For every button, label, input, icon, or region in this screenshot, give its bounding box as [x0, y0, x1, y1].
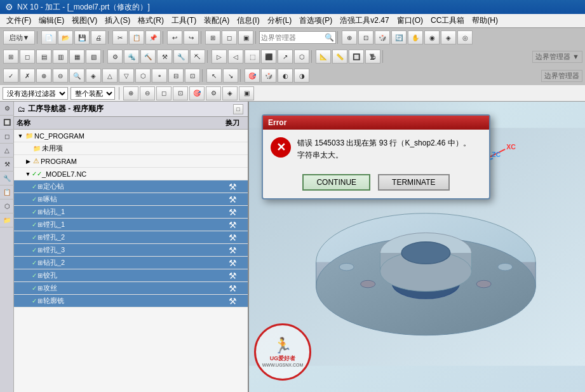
tb2-b17[interactable]: ↗	[278, 50, 293, 64]
menu-tools[interactable]: 工具(T)	[168, 14, 200, 27]
sidebar-feature-icon[interactable]: ⬡	[0, 199, 14, 213]
tb2-b15[interactable]: ⬚	[245, 50, 260, 64]
tb2-b4[interactable]: ▥	[53, 50, 68, 64]
tb2-b7[interactable]: ⚙	[107, 50, 123, 64]
filter-btn8[interactable]: ▣	[239, 86, 254, 100]
start-dropdown[interactable]: 启动▼	[3, 30, 35, 44]
tb3-b15[interactable]: 🎯	[245, 69, 260, 83]
tb-zoom[interactable]: ⊕	[342, 30, 357, 44]
sidebar-tools-icon[interactable]: 🔧	[0, 172, 14, 186]
tb-view3d[interactable]: 🎲	[375, 30, 390, 44]
menu-format[interactable]: 格式(R)	[134, 14, 168, 27]
tb2-b16[interactable]: ⬛	[261, 50, 276, 64]
sidebar-ops-icon[interactable]: ⚒	[0, 158, 14, 172]
tree-item-ream[interactable]: ✓ ⊞ 铰孔 ⚒	[14, 269, 248, 282]
menu-cctoolbox[interactable]: CC工具箱	[427, 14, 468, 27]
filter-btn6[interactable]: ⚙	[206, 86, 221, 100]
sidebar-settings-icon[interactable]: ⚙	[0, 102, 14, 116]
menu-info[interactable]: 信息(I)	[233, 14, 263, 27]
tb2-b10[interactable]: ⚒	[157, 50, 172, 64]
tree-item-center-drill[interactable]: ✓ ⊞ 定心钻 ⚒	[14, 180, 248, 193]
tree-item-peck-drill[interactable]: ✓ ⊞ 啄钻 ⚒	[14, 193, 248, 206]
tb2-b19[interactable]: 📐	[316, 50, 331, 64]
tb2-b8[interactable]: 🔩	[124, 50, 139, 64]
menu-edit[interactable]: 编辑(E)	[35, 14, 68, 27]
tb-print[interactable]: 🖨	[91, 30, 106, 44]
tb2-b2[interactable]: ◻	[20, 50, 35, 64]
tree-item-bore2[interactable]: ✓ ⊞ 镗孔_2 ⚒	[14, 231, 248, 244]
search-box[interactable]: 🔍	[259, 31, 336, 44]
tb2-b14[interactable]: ◁	[228, 50, 243, 64]
sidebar-method-icon[interactable]: 📋	[0, 186, 14, 199]
tb2-b20[interactable]: 📏	[332, 50, 347, 64]
tree-item-drill1[interactable]: ✓ ⊞ 钻孔_1 ⚒	[14, 206, 248, 219]
filter-btn2[interactable]: ⊖	[140, 86, 155, 100]
menu-insert[interactable]: 插入(S)	[101, 14, 134, 27]
filter-btn5[interactable]: 🎯	[189, 86, 205, 100]
tb-undo[interactable]: ↩	[167, 30, 182, 44]
tb2-b5[interactable]: ▦	[69, 50, 84, 64]
filter-select[interactable]: 没有选择过滤器	[3, 87, 68, 100]
menu-view[interactable]: 视图(V)	[68, 14, 101, 27]
tb-b2[interactable]: ◻	[222, 30, 237, 44]
expand-program[interactable]: ▶	[24, 158, 32, 165]
sidebar-part-icon[interactable]: ◻	[0, 130, 14, 144]
tb-save[interactable]: 💾	[74, 30, 90, 44]
search-input[interactable]	[261, 34, 325, 41]
tb-b3[interactable]: ▣	[238, 30, 253, 44]
tb3-b12[interactable]: ⊡	[185, 69, 200, 83]
menu-window[interactable]: 窗口(O)	[393, 14, 427, 27]
tb2-b12[interactable]: ⛏	[190, 50, 205, 64]
tb2-b11[interactable]: 🔧	[173, 50, 189, 64]
expand-nc[interactable]: ▼	[17, 133, 24, 139]
tb2-b13[interactable]: ▷	[212, 50, 227, 64]
tree-item-tap[interactable]: ✓ ⊞ 攻丝 ⚒	[14, 282, 248, 295]
tb3-b7[interactable]: △	[102, 69, 118, 83]
assembly-select[interactable]: 整个装配	[71, 87, 115, 100]
menu-haoqiang[interactable]: 浩强工具v2.47	[336, 14, 393, 27]
tb-paste[interactable]: 📌	[145, 30, 161, 44]
tb2-b22[interactable]: 🗜	[365, 50, 380, 64]
terminate-button[interactable]: TERMINATE	[378, 174, 449, 191]
continue-button[interactable]: CONTINUE	[302, 174, 370, 191]
tb2-b1[interactable]: ⊞	[3, 50, 18, 64]
tb3-b17[interactable]: ◐	[278, 69, 293, 83]
tb2-b9[interactable]: 🔨	[140, 50, 156, 64]
filter-btn3[interactable]: ◻	[156, 86, 171, 100]
tb-snap[interactable]: ◎	[457, 30, 473, 44]
tree-item-drill2[interactable]: ✓ ⊞ 钻孔_2 ⚒	[14, 257, 248, 269]
tb-rotate[interactable]: 🔄	[391, 30, 407, 44]
expand-model7[interactable]: ▼	[24, 171, 32, 177]
tb3-b13[interactable]: ↖	[206, 69, 222, 83]
tb3-b5[interactable]: 🔍	[69, 69, 84, 83]
tree-item-mill[interactable]: ✓ ⊞ 轮廓铣 ⚒	[14, 295, 248, 308]
search-icon[interactable]: 🔍	[325, 33, 334, 42]
tb-pan[interactable]: ✋	[408, 30, 423, 44]
filter-btn7[interactable]: ◈	[222, 86, 238, 100]
panel-collapse-btn[interactable]: □	[233, 104, 243, 114]
tb2-b18[interactable]: ⬡	[294, 50, 309, 64]
sidebar-resource-icon[interactable]: 📁	[0, 213, 14, 227]
sidebar-geom-icon[interactable]: △	[0, 144, 14, 158]
tb-cut[interactable]: ✂	[112, 30, 128, 44]
menu-file[interactable]: 文件(F)	[3, 14, 35, 27]
tb-b1[interactable]: ⊞	[205, 30, 220, 44]
tb3-b10[interactable]: ⚬	[152, 69, 167, 83]
tb3-b4[interactable]: ⊖	[53, 69, 68, 83]
tb2-b21[interactable]: 🔲	[349, 50, 364, 64]
tb3-b1[interactable]: ✓	[3, 69, 18, 83]
tree-item-unused[interactable]: 📁 未用项	[14, 142, 248, 155]
tb2-b3[interactable]: ▤	[36, 50, 51, 64]
tb2-b6[interactable]: ▧	[86, 50, 101, 64]
tb3-b18[interactable]: ◑	[294, 69, 309, 83]
tree-item-bore3[interactable]: ✓ ⊞ 镗孔_3 ⚒	[14, 244, 248, 257]
tb3-b9[interactable]: ⬡	[135, 69, 151, 83]
tree-item-model7[interactable]: ▼ ✓ ✓ _MODEL7.NC	[14, 168, 248, 180]
tree-item-bore1[interactable]: ✓ ⊞ 镗孔_1 ⚒	[14, 219, 248, 231]
menu-prefs[interactable]: 首选项(P)	[295, 14, 336, 27]
tb-open[interactable]: 📂	[58, 30, 73, 44]
filter-btn1[interactable]: ⊕	[123, 86, 138, 100]
tb3-b6[interactable]: ◈	[86, 69, 101, 83]
tree-item-nc-program[interactable]: ▼ 📁 NC_PROGRAM	[14, 130, 248, 142]
menu-assemble[interactable]: 装配(A)	[200, 14, 233, 27]
